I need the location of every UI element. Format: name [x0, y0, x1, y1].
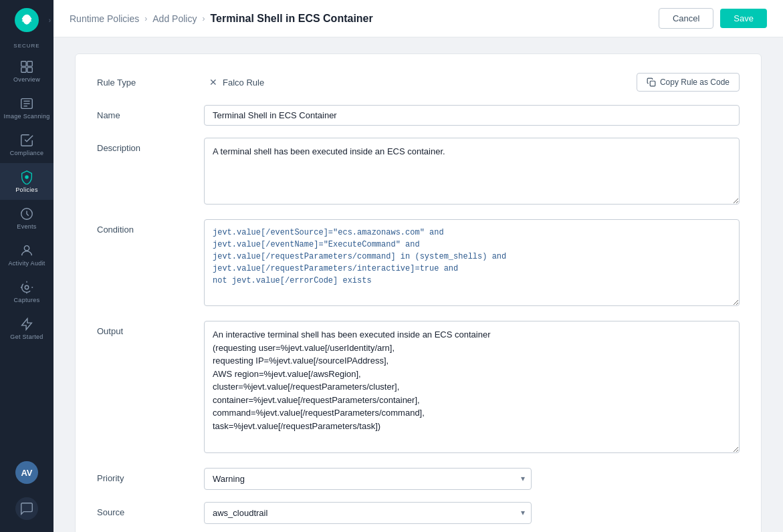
output-row: Output An interactive terminal shell has… — [97, 321, 740, 456]
save-button[interactable]: Save — [720, 9, 767, 28]
name-input[interactable] — [204, 105, 740, 126]
priority-label: Priority — [97, 468, 204, 483]
sidebar-item-get-started-label: Get Started — [10, 334, 43, 340]
svg-rect-12 — [650, 81, 655, 86]
sidebar-item-chat[interactable] — [0, 491, 53, 532]
copy-rule-button[interactable]: Copy Rule as Code — [637, 73, 740, 92]
sidebar: › SECURE Overview Image Scanning Complia… — [0, 0, 53, 532]
sidebar-item-policies[interactable]: Policies — [0, 163, 53, 200]
svg-rect-3 — [27, 68, 32, 72]
breadcrumb-sep-2: › — [202, 14, 205, 23]
description-label: Description — [97, 138, 204, 153]
name-control — [204, 105, 740, 126]
sidebar-item-get-started[interactable]: Get Started — [0, 310, 53, 347]
sidebar-item-activity-audit-label: Activity Audit — [8, 260, 45, 267]
main-content: Runtime Policies › Add Policy › Terminal… — [53, 0, 783, 532]
sidebar-item-events[interactable]: Events — [0, 200, 53, 237]
sidebar-item-events-label: Events — [17, 223, 36, 230]
user-avatar: AV — [15, 461, 38, 484]
breadcrumb-add-policy[interactable]: Add Policy — [152, 13, 197, 24]
sidebar-item-captures-label: Captures — [14, 297, 40, 303]
source-label: Source — [97, 502, 204, 517]
source-select-wrap: aws_cloudtrail k8s_audit syscall ▾ — [204, 502, 532, 524]
sidebar-item-overview-label: Overview — [13, 76, 40, 83]
sidebar-item-image-scanning[interactable]: Image Scanning — [0, 90, 53, 126]
form-card: Rule Type ✕ Falco Rule Copy Rule as Code… — [75, 53, 762, 532]
sidebar-item-overview[interactable]: Overview — [0, 53, 53, 90]
svg-point-8 — [25, 175, 29, 179]
sidebar-bottom: AV — [0, 454, 53, 532]
copy-icon — [647, 78, 656, 87]
source-select[interactable]: aws_cloudtrail k8s_audit syscall — [204, 502, 532, 524]
sidebar-item-compliance[interactable]: Compliance — [0, 126, 53, 163]
condition-label: Condition — [97, 219, 204, 235]
svg-rect-0 — [21, 61, 26, 66]
condition-textarea[interactable]: jevt.value[/eventSource]="ecs.amazonaws.… — [204, 219, 740, 306]
svg-rect-2 — [21, 68, 26, 72]
sidebar-expand-icon: › — [49, 17, 51, 24]
header-actions: Cancel Save — [659, 8, 767, 29]
secure-label: SECURE — [13, 40, 39, 53]
description-row: Description A terminal shell has been ex… — [97, 138, 740, 207]
sidebar-item-image-scanning-label: Image Scanning — [3, 113, 49, 120]
name-row: Name — [97, 105, 740, 126]
description-textarea[interactable]: A terminal shell has been executed insid… — [204, 138, 740, 205]
condition-control: jevt.value[/eventSource]="ecs.amazonaws.… — [204, 219, 740, 309]
priority-control: Warning Critical High Medium Low Info ▾ — [204, 468, 740, 490]
sidebar-logo[interactable]: › — [0, 0, 53, 40]
output-textarea[interactable]: An interactive terminal shell has been e… — [204, 321, 740, 453]
output-control: An interactive terminal shell has been e… — [204, 321, 740, 456]
svg-point-10 — [24, 246, 29, 251]
condition-row: Condition jevt.value[/eventSource]="ecs.… — [97, 219, 740, 309]
output-label: Output — [97, 321, 204, 336]
sidebar-item-policies-label: Policies — [15, 186, 37, 193]
chat-icon — [15, 497, 38, 520]
breadcrumb-runtime-policies[interactable]: Runtime Policies — [70, 13, 139, 24]
description-control: A terminal shell has been executed insid… — [204, 138, 740, 207]
copy-rule-label: Copy Rule as Code — [660, 78, 730, 87]
sidebar-item-avatar[interactable]: AV — [0, 454, 53, 491]
rule-type-content: Rule Type ✕ Falco Rule — [97, 77, 264, 88]
breadcrumb: Runtime Policies › Add Policy › Terminal… — [70, 13, 373, 25]
source-row: Source aws_cloudtrail k8s_audit syscall … — [97, 502, 740, 524]
sidebar-item-compliance-label: Compliance — [10, 150, 44, 156]
svg-rect-1 — [27, 61, 32, 66]
source-control: aws_cloudtrail k8s_audit syscall ▾ — [204, 502, 740, 524]
rule-type-row: Rule Type ✕ Falco Rule Copy Rule as Code — [97, 73, 740, 92]
rule-type-value: Falco Rule — [223, 78, 264, 88]
rule-type-field-label: Rule Type — [97, 78, 204, 88]
cancel-button[interactable]: Cancel — [659, 8, 713, 29]
svg-point-11 — [25, 285, 29, 289]
logo-icon — [15, 8, 39, 32]
form-area: Rule Type ✕ Falco Rule Copy Rule as Code… — [53, 37, 783, 532]
page-title: Terminal Shell in ECS Container — [210, 13, 372, 25]
priority-select-wrap: Warning Critical High Medium Low Info ▾ — [204, 468, 532, 490]
page-header: Runtime Policies › Add Policy › Terminal… — [53, 0, 783, 37]
name-label: Name — [97, 105, 204, 120]
sidebar-item-activity-audit[interactable]: Activity Audit — [0, 237, 53, 273]
priority-row: Priority Warning Critical High Medium Lo… — [97, 468, 740, 490]
falco-icon: ✕ — [209, 77, 217, 88]
priority-select[interactable]: Warning Critical High Medium Low Info — [204, 468, 532, 490]
breadcrumb-sep-1: › — [144, 14, 147, 23]
sidebar-item-captures[interactable]: Captures — [0, 273, 53, 310]
